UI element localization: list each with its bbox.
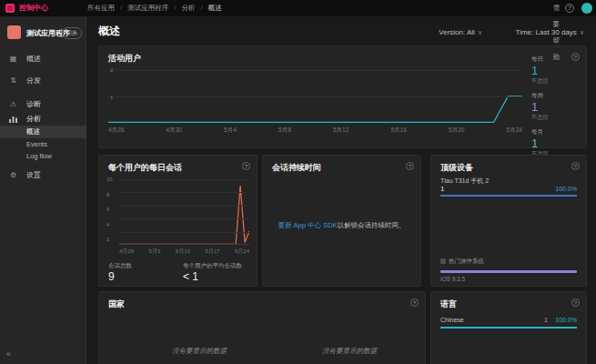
app-window: 控制中心 所有应用 / 测试应用程序 / 分析 / 概述 需要帮助 ? 测试应用… [0, 0, 596, 364]
help-question-icon[interactable]: ? [410, 298, 419, 307]
gridline [119, 232, 249, 233]
card-title: 国家 [108, 298, 125, 310]
axis-tick: 5月24 [235, 248, 249, 256]
breadcrumb-all-apps[interactable]: 所有应用 [87, 4, 115, 12]
sidebar-item-label: 设置 [26, 169, 41, 182]
breadcrumb-separator: / [201, 4, 203, 12]
card-daily-sessions: 每个用户的每日会话 ? 108642 4月265月35月105月175月24 会… [98, 155, 258, 287]
sidebar-subitem-overview[interactable]: 概述 [0, 126, 86, 138]
gridline [119, 179, 249, 180]
stat-label: 每个用户的平均会话数 [183, 262, 242, 270]
sidebar-item-analytics[interactable]: 分析 [0, 113, 86, 126]
stat-value: 9 [108, 270, 115, 283]
x-axis-ticks: 4月265月35月105月175月24 [119, 248, 249, 256]
x-axis-line [119, 244, 249, 245]
y-axis-tick: 1 [110, 95, 113, 100]
sidebar-subitem-label: 概述 [26, 126, 40, 138]
axis-tick: 5月3 [149, 248, 161, 256]
axis-tick: 5月8 [278, 126, 291, 135]
sidebar-collapse-icon[interactable]: « [6, 349, 11, 359]
y-axis-tick: 2 [110, 67, 113, 73]
distribute-arrows-icon: ⇅ [8, 75, 18, 87]
time-filter-label: Time: Last 30 days [516, 28, 577, 36]
os-section-label: 热门操作系统 [440, 258, 484, 266]
card-languages: 语言 ? Chinese 1 100.0% [430, 291, 587, 364]
help-icon[interactable]: ? [565, 4, 574, 13]
stat-label: 每周 [531, 92, 579, 100]
language-name: Chinese [440, 317, 464, 323]
axis-tick: 5月20 [449, 126, 464, 135]
axis-tick: 4月26 [108, 126, 124, 135]
gridline [119, 218, 249, 219]
logo-title[interactable]: 控制中心 [19, 0, 48, 16]
app-icon [7, 25, 21, 39]
stat-value: < 1 [183, 270, 198, 283]
breadcrumb-app[interactable]: 测试应用程序 [127, 4, 168, 12]
line-chart-svg [119, 179, 249, 245]
help-question-icon[interactable]: ? [406, 162, 414, 170]
sidebar-subitem-logflow[interactable]: Log flow [0, 150, 86, 163]
main-content: 概述 Version: All∨ Time: Last 30 days∨ 活动用… [86, 16, 596, 364]
time-filter[interactable]: Time: Last 30 days∨ [516, 28, 584, 36]
stat-value: 1 [531, 64, 579, 77]
card-title: 顶级设备 [440, 162, 473, 174]
language-count: 1 [544, 317, 548, 323]
device-percent: 100.0% [555, 186, 577, 192]
chevron-down-icon: ∨ [580, 29, 584, 35]
user-avatar[interactable] [581, 3, 592, 14]
axis-tick: 5月12 [333, 126, 349, 135]
sidebar-item-label: 分析 [26, 113, 41, 126]
sidebar-item-overview[interactable]: ▦ 概述 [0, 53, 86, 66]
sidebar-subitem-events[interactable]: Events [0, 138, 86, 151]
message-rest: 以解锁会话持续时间。 [338, 221, 406, 229]
sidebar-subitem-label: Log flow [26, 150, 52, 163]
grid-icon: ▦ [8, 53, 18, 66]
x-axis-ticks: 4月264月305月45月85月125月165月205月24 [108, 126, 522, 135]
bar-chart-icon [8, 113, 18, 126]
card-session-duration: 会话持续时间 ? 更新 App 中心 SDK以解锁会话持续时间。 [262, 155, 421, 287]
active-users-chart: 2 1 [108, 70, 522, 123]
card-title: 活动用户 [108, 53, 141, 65]
breadcrumb-overview[interactable]: 概述 [208, 4, 222, 12]
daily-sessions-chart [119, 179, 249, 245]
stat-sub: 不适用 [531, 114, 579, 122]
device-name: Tlau T31d 手机 2 [440, 177, 489, 186]
axis-tick: 2 [106, 237, 117, 242]
stat-value: 1 [531, 136, 579, 150]
card-title: 会话持续时间 [272, 162, 321, 174]
version-filter[interactable]: Version: All∨ [439, 28, 482, 36]
axis-tick: 6 [106, 207, 117, 212]
axis-tick: 10 [106, 177, 117, 182]
sidebar: 测试应用程序 切换 ▦ 概述 ⇅ 分发 ⚠ 诊断 分析 概述 Events Lo [0, 16, 86, 364]
stat-label: 每月 [531, 128, 579, 136]
breadcrumb-analytics[interactable]: 分析 [182, 4, 196, 12]
card-title: 每个用户的每日会话 [108, 162, 182, 174]
app-switch-badge[interactable]: 切换 [62, 27, 82, 39]
gridline [119, 192, 249, 193]
stat-label: 会话总数 [108, 262, 132, 270]
axis-tick: 5月17 [205, 248, 219, 256]
app-logo-icon[interactable] [5, 4, 15, 13]
sidebar-item-distribute[interactable]: ⇅ 分发 [0, 75, 86, 87]
help-question-icon[interactable]: ? [571, 298, 580, 307]
top-bar: 控制中心 所有应用 / 测试应用程序 / 分析 / 概述 需要帮助 ? [0, 0, 596, 16]
app-selector[interactable]: 测试应用程序 切换 [0, 24, 86, 42]
axis-tick: 4月26 [119, 248, 134, 256]
help-label[interactable]: 需要帮助 [553, 0, 561, 66]
update-sdk-link[interactable]: 更新 App 中心 SDK [278, 221, 337, 229]
device-bar [440, 195, 577, 197]
axis-tick: 5月24 [507, 126, 522, 135]
card-countries: 国家 ? 没有要显示的数据 没有要显示的数据 [98, 291, 426, 364]
sidebar-item-settings[interactable]: ⚙ 设置 [0, 169, 86, 182]
help-question-icon[interactable]: ? [242, 162, 250, 170]
help-question-icon[interactable]: ? [571, 162, 580, 170]
card-title: 语言 [440, 298, 457, 310]
axis-tick: 8 [106, 192, 117, 197]
axis-tick: 5月4 [224, 126, 237, 135]
breadcrumb-separator: / [174, 4, 176, 12]
chevron-down-icon: ∨ [478, 29, 482, 35]
stat-weekly: 每周 1 不适用 [531, 92, 579, 122]
sidebar-item-diagnostics[interactable]: ⚠ 诊断 [0, 98, 86, 111]
empty-data-message: 没有要显示的数据 [122, 347, 277, 356]
gear-icon: ⚙ [8, 169, 18, 182]
